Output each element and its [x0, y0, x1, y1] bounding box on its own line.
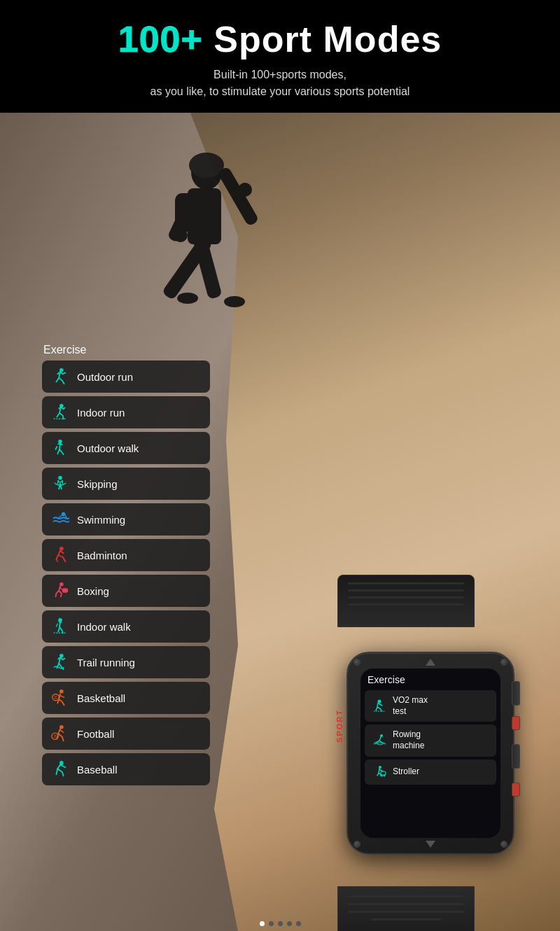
exercise-name: Badminton	[77, 550, 127, 561]
watch-item-text: VO2 maxtest	[393, 695, 428, 717]
watch-item-text: Stroller	[393, 766, 419, 778]
title-text: Sport Modes	[203, 19, 442, 59]
list-item: Boxing	[42, 575, 210, 607]
svg-rect-33	[381, 771, 386, 775]
dot-3[interactable]	[278, 921, 283, 926]
trail-icon	[50, 652, 70, 672]
screw-tr	[500, 659, 507, 666]
baseball-icon	[50, 760, 70, 779]
exercise-name: Indoor run	[77, 407, 125, 419]
svg-point-34	[381, 774, 383, 776]
exercise-name: Outdoor walk	[77, 442, 139, 454]
svg-rect-3	[217, 166, 260, 227]
list-item: Outdoor walk	[42, 432, 210, 464]
title-number: 100+	[118, 19, 203, 59]
watch-vo2-icon	[372, 699, 387, 714]
subtitle: Built-in 100+sports modes, as you like, …	[14, 66, 546, 100]
list-item: Football	[42, 718, 210, 750]
smartwatch: SPORT Exercise	[322, 624, 539, 890]
run-icon	[50, 367, 70, 386]
watch-list-item: VO2 maxtest	[365, 690, 496, 722]
svg-rect-20	[62, 588, 68, 593]
list-item: Skipping	[42, 468, 210, 500]
exercise-panel: Exercise Outdoor run	[42, 344, 210, 789]
exercise-name: Outdoor run	[77, 371, 133, 383]
svg-point-25	[52, 694, 59, 701]
main-title: 100+ Sport Modes	[14, 20, 546, 59]
list-item: Indoor walk	[42, 610, 210, 643]
badminton-icon	[50, 545, 70, 565]
dot-1[interactable]	[260, 921, 265, 926]
main-area: Exercise Outdoor run	[0, 113, 560, 931]
watch-list-item: Stroller	[365, 760, 496, 785]
list-item: Basketball	[42, 682, 210, 714]
exercise-name: Baseball	[77, 764, 118, 776]
watch-screen: Exercise VO2 maxtest	[360, 668, 500, 838]
list-item: Baseball	[42, 753, 210, 785]
dot-4[interactable]	[287, 921, 292, 926]
swim-icon	[50, 510, 70, 529]
basketball-icon	[50, 688, 70, 708]
svg-rect-7	[175, 193, 202, 232]
watch-item-text: Rowingmachine	[393, 729, 424, 751]
exercise-section-label: Exercise	[42, 344, 210, 356]
pagination	[0, 921, 560, 926]
football-icon	[50, 724, 70, 743]
watch-screen-title: Exercise	[360, 668, 500, 689]
svg-point-17	[62, 512, 66, 517]
watch-body: SPORT Exercise	[346, 652, 514, 855]
watch-rowing-icon	[372, 733, 387, 748]
screw-br	[500, 841, 507, 848]
boxing-icon	[50, 581, 70, 601]
watch-list-item: Rowingmachine	[365, 724, 496, 756]
subtitle-line1: Built-in 100+sports modes,	[214, 69, 346, 80]
sport-label: SPORT	[335, 709, 344, 743]
side-btn-top[interactable]	[512, 681, 520, 706]
side-btn-bot[interactable]	[512, 744, 520, 769]
dot-5[interactable]	[296, 921, 301, 926]
watch-btn-up[interactable]	[426, 659, 435, 666]
side-btn-bot2-red[interactable]	[512, 783, 520, 797]
list-item: Indoor run	[42, 396, 210, 428]
svg-point-16	[58, 476, 62, 480]
exercise-name: Boxing	[77, 585, 109, 597]
side-btn-mid-red[interactable]	[512, 716, 520, 730]
svg-point-1	[189, 153, 224, 178]
watch-btn-down[interactable]	[426, 841, 435, 848]
exercise-name: Basketball	[77, 692, 125, 704]
svg-point-9	[174, 228, 188, 242]
page-header: 100+ Sport Modes Built-in 100+sports mod…	[0, 0, 560, 113]
list-item: Badminton	[42, 539, 210, 571]
indoor-run-icon	[50, 402, 70, 422]
exercise-name: Football	[77, 728, 114, 740]
list-item: Trail running	[42, 646, 210, 678]
list-item: Swimming	[42, 503, 210, 536]
strap-top	[337, 575, 475, 627]
exercise-name: Trail running	[77, 657, 135, 668]
list-item: Outdoor run	[42, 360, 210, 393]
walk-icon	[50, 438, 70, 458]
exercise-name: Skipping	[77, 478, 118, 490]
svg-point-11	[224, 296, 245, 307]
screw-bl	[354, 841, 360, 848]
svg-point-10	[177, 293, 198, 304]
indoor-walk-icon	[50, 617, 70, 636]
exercise-name: Swimming	[77, 514, 125, 526]
skip-icon	[50, 474, 70, 493]
exercise-name: Indoor walk	[77, 621, 131, 633]
subtitle-line2: as you like, to stimulate your various s…	[150, 85, 410, 97]
svg-point-8	[238, 183, 252, 197]
screw-tl	[354, 659, 360, 666]
svg-point-24	[59, 690, 64, 694]
dot-2[interactable]	[269, 921, 274, 926]
svg-point-35	[384, 774, 386, 776]
watch-stroller-icon	[372, 764, 387, 780]
